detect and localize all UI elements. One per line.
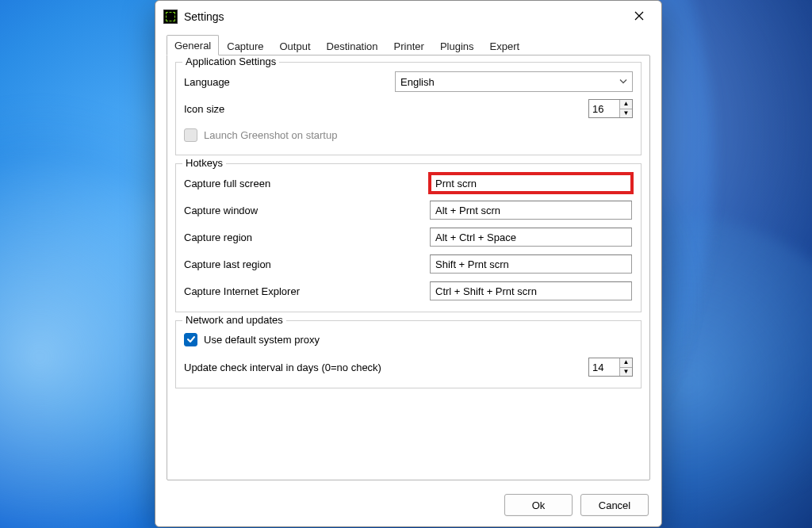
spinner-up-icon[interactable]: ▲	[620, 100, 632, 109]
app-icon	[163, 10, 178, 24]
group-title: Hotkeys	[182, 157, 226, 169]
hotkey-ie-input[interactable]: Ctrl + Shift + Prnt scrn	[430, 281, 632, 300]
titlebar[interactable]: Settings	[155, 1, 661, 33]
group-hotkeys: Hotkeys Capture full screen Prnt scrn Ca…	[175, 163, 642, 312]
tab-content: Application Settings Language English Ic…	[167, 55, 650, 480]
proxy-checkbox-label: Use default system proxy	[204, 334, 320, 346]
proxy-checkbox[interactable]	[184, 333, 197, 346]
update-interval-label: Update check interval in days (0=no chec…	[184, 362, 446, 373]
group-title: Network and updates	[182, 314, 286, 326]
hotkey-ie-value: Ctrl + Shift + Prnt scrn	[435, 285, 537, 297]
spinner-down-icon[interactable]: ▼	[620, 368, 632, 377]
startup-checkbox-label: Launch Greenshot on startup	[204, 129, 337, 141]
hotkey-fullscreen-value: Prnt scrn	[435, 178, 477, 189]
language-select[interactable]: English	[395, 71, 633, 92]
update-interval-value[interactable]: 14	[589, 358, 619, 376]
window-title: Settings	[184, 10, 224, 23]
close-icon	[634, 11, 644, 23]
icon-size-label: Icon size	[184, 103, 370, 115]
language-label: Language	[184, 76, 370, 88]
dialog-footer: Ok Cancel	[155, 488, 661, 526]
spinner-down-icon[interactable]: ▼	[620, 109, 632, 118]
tab-capture[interactable]: Capture	[219, 36, 271, 55]
hotkey-window-value: Alt + Prnt scrn	[435, 205, 500, 216]
group-application-settings: Application Settings Language English Ic…	[175, 62, 642, 155]
hotkey-lastregion-input[interactable]: Shift + Prnt scrn	[430, 254, 632, 274]
startup-checkbox	[184, 128, 197, 142]
hotkey-window-input[interactable]: Alt + Prnt scrn	[430, 201, 632, 220]
tab-printer[interactable]: Printer	[386, 36, 432, 55]
hotkey-fullscreen-label: Capture full screen	[184, 178, 430, 189]
spinner-up-icon[interactable]: ▲	[620, 358, 632, 368]
icon-size-spinner[interactable]: 16 ▲ ▼	[588, 99, 633, 118]
hotkey-region-value: Alt + Ctrl + Space	[435, 231, 516, 243]
hotkey-window-label: Capture window	[184, 205, 430, 216]
tab-output[interactable]: Output	[272, 36, 319, 55]
ok-button[interactable]: Ok	[504, 494, 573, 516]
hotkey-ie-label: Capture Internet Explorer	[184, 285, 430, 297]
tab-plugins[interactable]: Plugins	[432, 36, 482, 55]
group-title: Application Settings	[182, 55, 279, 67]
language-select-value: English	[400, 76, 435, 88]
settings-window: Settings General Capture Output Destinat…	[155, 0, 662, 527]
hotkey-region-input[interactable]: Alt + Ctrl + Space	[430, 228, 632, 247]
icon-size-value[interactable]: 16	[589, 100, 619, 117]
group-network: Network and updates Use default system p…	[175, 320, 642, 388]
hotkey-fullscreen-input[interactable]: Prnt scrn	[430, 174, 632, 193]
tab-expert[interactable]: Expert	[482, 36, 528, 55]
tabs-bar: General Capture Output Destination Print…	[155, 33, 661, 55]
hotkey-lastregion-value: Shift + Prnt scrn	[435, 258, 509, 270]
hotkey-region-label: Capture region	[184, 231, 430, 243]
tab-destination[interactable]: Destination	[319, 36, 386, 55]
cancel-button[interactable]: Cancel	[580, 494, 649, 516]
tab-general[interactable]: General	[167, 35, 219, 55]
hotkey-lastregion-label: Capture last region	[184, 258, 430, 270]
chevron-down-icon	[619, 76, 627, 88]
close-button[interactable]	[622, 5, 657, 29]
update-interval-spinner[interactable]: 14 ▲ ▼	[588, 358, 633, 377]
